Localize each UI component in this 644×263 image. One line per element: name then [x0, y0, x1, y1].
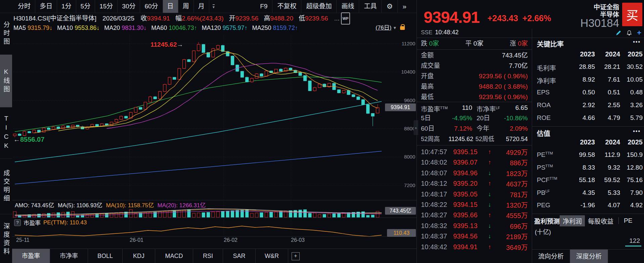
- window-dropdown-icon[interactable]: ▼: [393, 24, 397, 32]
- tick-row: 10:48:279395.66↑4555万: [421, 210, 528, 220]
- period-tab-月[interactable]: 月: [194, 0, 209, 13]
- period-tab-多日[interactable]: 多日: [35, 0, 57, 13]
- info-field-value: 2.66%(243.43): [182, 15, 224, 22]
- settings-gear-icon[interactable]: ⚙: [381, 0, 397, 13]
- indicator-tab-BOLL[interactable]: BOLL: [88, 249, 123, 263]
- tick-volume: 3649万: [497, 242, 528, 252]
- sidebar-item-分时图[interactable]: 分时图: [0, 13, 12, 55]
- volume-header-segment: AMO: 743.45亿: [15, 202, 56, 209]
- tick-time: 10:48:42: [421, 243, 453, 251]
- volume-header-segment: MA(5): 1106.93亿: [58, 202, 104, 209]
- window-days-label[interactable]: (76日): [376, 24, 391, 32]
- info-field-label: 幅: [175, 15, 182, 22]
- period-tab-30分[interactable]: 30分: [118, 0, 140, 13]
- price-axis-tick: 10400: [386, 69, 415, 75]
- ma-item-MA5: MA5 9315.79↓: [13, 24, 52, 33]
- key-ratios-title: 关键比率: [537, 39, 564, 49]
- ratio-row-label: PSTTM: [537, 164, 553, 171]
- indicator-tab-市净率[interactable]: 市净率: [50, 249, 88, 263]
- ratio-value: 59.52: [596, 176, 620, 184]
- tick-row: 10:48:379394.56↓2189万: [421, 231, 528, 241]
- add-indicator-button[interactable]: +: [288, 249, 303, 263]
- ratio-row-label: ROA: [537, 101, 551, 109]
- indicator-tab-KDJ[interactable]: KDJ: [123, 249, 155, 263]
- ratio-row-label: PBLF: [537, 189, 550, 196]
- indicator-tab-MACD[interactable]: MACD: [155, 249, 193, 263]
- wp-widget[interactable]: ... WP: [334, 13, 350, 24]
- forecast-tab-PE[interactable]: PE: [621, 216, 635, 225]
- ma-label: MA120: [202, 25, 222, 31]
- info-field-label: 收: [140, 15, 147, 22]
- lock-icon[interactable]: [400, 26, 405, 30]
- period-tab-1分[interactable]: 1分: [57, 0, 76, 13]
- tick-price: 9394.96: [453, 169, 488, 177]
- ratio-value: 0.51: [596, 89, 620, 96]
- bell-icon[interactable]: [626, 30, 632, 36]
- dropdown-icon: ▾: [213, 4, 215, 8]
- indicator-tab-SAR[interactable]: SAR: [223, 249, 256, 263]
- breadth-label: 平: [465, 40, 473, 47]
- forecast-unit-label: (十亿): [535, 227, 551, 236]
- perf-label: 今年: [476, 124, 489, 133]
- period-tab-60分[interactable]: 60分: [140, 0, 163, 13]
- pencil-icon[interactable]: [615, 30, 621, 36]
- indicator-tab-W&R[interactable]: W&R: [256, 249, 288, 263]
- valuation-more-button[interactable]: •••: [633, 128, 641, 134]
- ratio-value: 3.26: [618, 101, 643, 109]
- bottom-button-深度分析[interactable]: 深度分析: [570, 250, 608, 263]
- sidebar-item-TICK[interactable]: TICK: [0, 107, 12, 159]
- period-more-dropdown[interactable]: ▾: [209, 0, 218, 13]
- key-ratios-more-button[interactable]: •••: [633, 39, 641, 45]
- help-icon[interactable]: ?: [14, 219, 21, 226]
- volume-bars: [13, 210, 379, 217]
- indicator-tab-RSI[interactable]: RSI: [193, 249, 223, 263]
- add-icon[interactable]: +: [637, 30, 641, 36]
- period-tab-15分[interactable]: 15分: [95, 0, 118, 13]
- ratio-value: 99.58: [571, 151, 595, 159]
- divider: [417, 102, 532, 102]
- indicator-tab-市盈率[interactable]: 市盈率: [12, 249, 50, 263]
- toolbar-item-1[interactable]: F9: [255, 0, 272, 13]
- toolbar-item-2[interactable]: 不复权: [272, 0, 301, 13]
- week52-high-label: 52周高: [421, 134, 440, 144]
- ratio-row-label: PCFTTM: [537, 176, 557, 184]
- info-field-value: 9239.56: [305, 15, 328, 22]
- bottom-button-流向分析[interactable]: 流向分析: [532, 250, 570, 263]
- info-field-value: 9488.20: [270, 15, 293, 22]
- volume-header-segment: MA(10): 1158.75亿: [106, 202, 156, 209]
- perf-value: 7.12%: [454, 124, 472, 133]
- toolbar-item-4[interactable]: 画线: [336, 0, 359, 13]
- ma-item-MA60: MA60 10046.73↑: [151, 24, 197, 33]
- toolbar-item-3[interactable]: 超级叠加: [301, 0, 336, 13]
- sidebar-item-K线图[interactable]: K线图: [0, 55, 12, 107]
- ratio-value: 55.18: [571, 176, 595, 184]
- divider: [532, 38, 644, 38]
- sidebar-item-成交明细[interactable]: 成交明细: [0, 159, 12, 214]
- ma-value: 9575.97↑: [222, 25, 247, 31]
- perf-20日: 20日-10.86%: [476, 114, 528, 123]
- ratio-sup: TTM: [545, 164, 553, 168]
- perf-label: 60日: [421, 124, 434, 133]
- ma-window-control[interactable]: (76日) ▼: [376, 24, 405, 32]
- breadth-value: 0家: [429, 40, 439, 47]
- volume-pane-header: AMO: 743.45亿 MA(5): 1106.93亿 MA(10): 115…: [15, 201, 208, 209]
- buy-button[interactable]: 买: [622, 3, 642, 26]
- period-tab-周[interactable]: 周: [178, 0, 194, 13]
- forecast-tab-净利润[interactable]: 净利润: [560, 215, 585, 226]
- pe-ttm-value: PE(TTM): 110.43: [43, 219, 87, 226]
- sidebar-item-深度资料[interactable]: 深度资料: [0, 214, 12, 263]
- toolbar-more-icon[interactable]: »: [397, 0, 411, 13]
- period-tab-5分[interactable]: 5分: [76, 0, 95, 13]
- period-tab-日[interactable]: 日: [163, 0, 178, 13]
- market-breadth-row: 跌 0家平 0家涨 0家: [421, 39, 528, 48]
- quote-row-label: 最高: [421, 82, 434, 91]
- info-field-label: 高: [264, 15, 270, 22]
- divider: [417, 49, 532, 50]
- toolbar-item-5[interactable]: 工具: [359, 0, 381, 13]
- tick-direction-up-icon: ↑: [488, 244, 497, 251]
- forecast-tab-每股收益[interactable]: 每股收益: [585, 215, 616, 226]
- time-axis-label: 26-03: [291, 237, 305, 243]
- ratio-value: 150.9: [618, 151, 643, 159]
- period-tab-分时[interactable]: 分时: [13, 0, 35, 13]
- info-field-开: 开9239.56: [229, 13, 259, 24]
